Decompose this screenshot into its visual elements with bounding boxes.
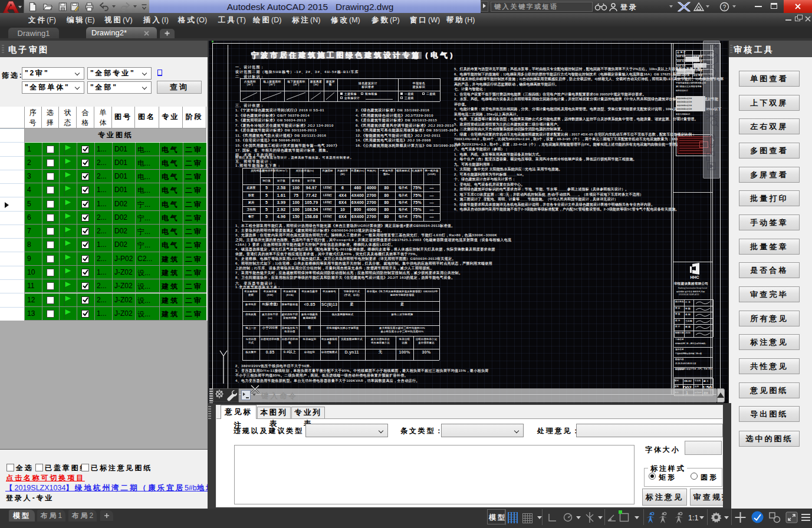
svg-text:HHC: HHC [690,275,699,279]
svg-text:?: ? [723,4,726,11]
